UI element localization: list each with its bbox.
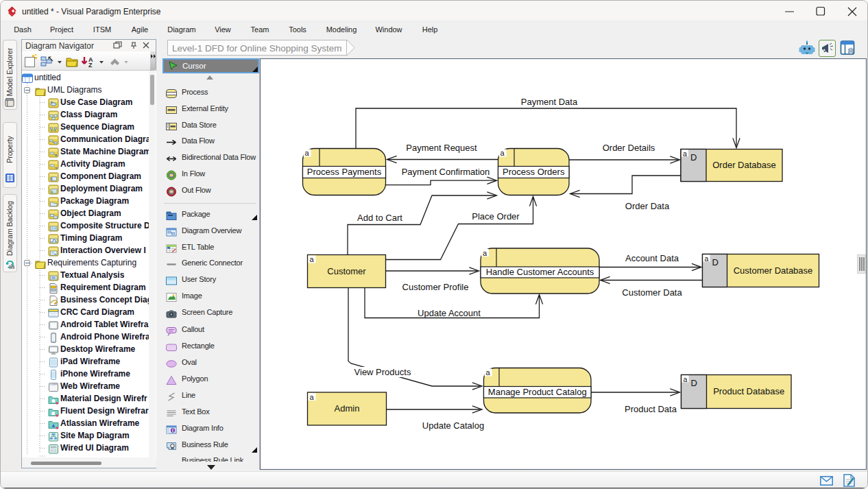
svg-text:Payment Request: Payment Request: [406, 143, 477, 153]
svg-text:Account Data: Account Data: [625, 253, 679, 263]
svg-text:Handle Customer Accounts: Handle Customer Accounts: [486, 267, 594, 277]
svg-text:D: D: [690, 152, 697, 163]
svg-text:Payment Confirmation: Payment Confirmation: [402, 167, 490, 177]
svg-text:Product Data: Product Data: [625, 404, 677, 414]
svg-text:Payment Data: Payment Data: [521, 97, 578, 107]
svg-text:a: a: [501, 149, 505, 157]
svg-text:Customer Data: Customer Data: [622, 287, 682, 298]
svg-text:Process Payments: Process Payments: [307, 167, 382, 177]
svg-text:a: a: [483, 249, 487, 257]
svg-text:a: a: [705, 254, 709, 263]
svg-text:Add to Cart: Add to Cart: [357, 213, 402, 223]
svg-text:D: D: [691, 378, 697, 388]
svg-text:Manage Product Catalog: Manage Product Catalog: [488, 387, 587, 397]
svg-text:Update Catalog: Update Catalog: [422, 420, 484, 431]
svg-text:a: a: [305, 149, 310, 157]
svg-text:a: a: [683, 150, 687, 158]
svg-text:a: a: [486, 368, 491, 377]
svg-text:a: a: [684, 375, 688, 383]
svg-text:Order Details: Order Details: [603, 143, 655, 153]
svg-text:Customer Profile: Customer Profile: [402, 282, 469, 292]
svg-text:a: a: [310, 393, 315, 401]
svg-text:i: i: [172, 428, 173, 433]
svg-text:Order Database: Order Database: [712, 160, 776, 170]
svg-text:Customer Database: Customer Database: [734, 265, 813, 276]
svg-text:Place Order: Place Order: [472, 211, 520, 222]
svg-text:Process Orders: Process Orders: [503, 167, 565, 177]
svg-text:a: a: [310, 255, 315, 263]
svg-text:Order Data: Order Data: [625, 201, 670, 211]
svg-text:D: D: [712, 257, 719, 267]
svg-text:Update Account: Update Account: [418, 308, 481, 318]
svg-text:View Products: View Products: [354, 367, 411, 377]
svg-text:Admin: Admin: [335, 403, 360, 414]
svg-text:Z: Z: [88, 62, 93, 69]
svg-text:Customer: Customer: [327, 266, 366, 276]
svg-text:Product Database: Product Database: [713, 386, 784, 396]
